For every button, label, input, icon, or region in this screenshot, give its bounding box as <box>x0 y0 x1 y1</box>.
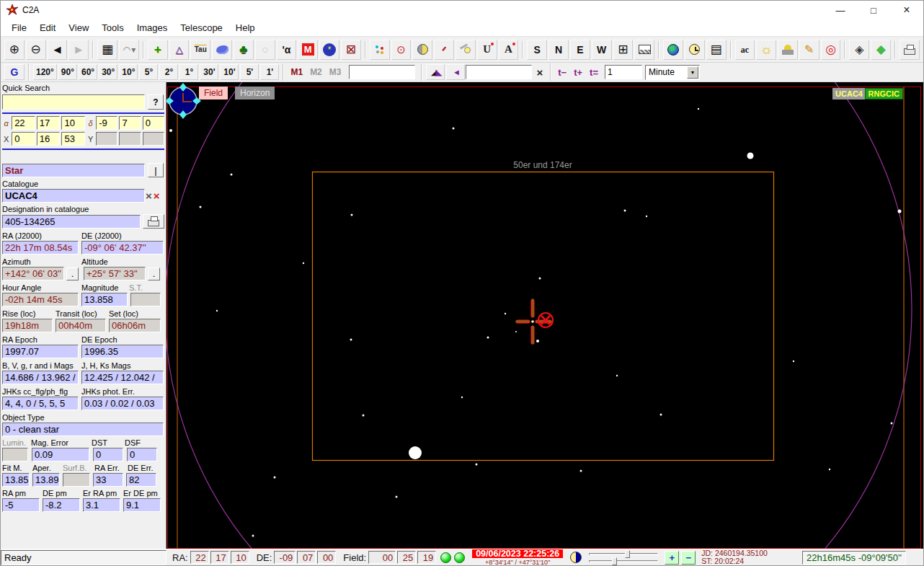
x3-input[interactable]: 53 <box>61 132 85 146</box>
tab-horizon[interactable]: Horizon <box>235 87 275 100</box>
fov-10deg-button[interactable]: 10° <box>119 64 138 80</box>
fov-5min-button[interactable]: 5' <box>240 64 259 80</box>
fov-30deg-button[interactable]: 30° <box>99 64 117 80</box>
print-button[interactable] <box>899 40 920 60</box>
object-labels-button[interactable]: ac <box>735 40 755 60</box>
status-led-1[interactable] <box>440 552 451 563</box>
field-marker-button[interactable]: + <box>148 40 168 60</box>
menu-help[interactable]: Help <box>229 20 262 35</box>
clear-search-button[interactable]: × <box>532 66 547 79</box>
time-unit-select[interactable]: Minute ▼ <box>645 65 700 80</box>
fov-1min-button[interactable]: 1' <box>260 64 279 80</box>
menu-telescope[interactable]: Telescope <box>174 20 229 35</box>
chevron-down-icon[interactable]: ▼ <box>687 66 698 79</box>
goto-button[interactable]: G <box>4 64 25 80</box>
uranus-display-button[interactable]: U <box>477 40 497 60</box>
orient-north-button[interactable]: N <box>548 40 569 60</box>
status-led-2[interactable] <box>454 552 465 563</box>
close-button[interactable]: × <box>890 1 923 19</box>
flip-vertical-button[interactable]: ◄ <box>446 64 465 80</box>
fov-10min-button[interactable]: 10' <box>220 64 239 80</box>
constellation-names-button[interactable]: Tau <box>190 40 210 60</box>
memory-3-button[interactable]: M3 <box>326 67 345 77</box>
y2-input[interactable] <box>119 132 141 146</box>
menu-edit[interactable]: Edit <box>33 20 62 35</box>
fov-90deg-button[interactable]: 90° <box>58 64 77 80</box>
catalogue-field[interactable]: UCAC4 <box>2 189 145 203</box>
menu-tools[interactable]: Tools <box>95 20 130 35</box>
constellation-boundaries-button[interactable]: ◌ <box>255 40 275 60</box>
magnitude-sliders[interactable] <box>587 550 662 565</box>
menu-images[interactable]: Images <box>130 20 174 35</box>
annotate-button[interactable]: ✎ <box>799 40 819 60</box>
constellation-lines-button[interactable]: △ <box>169 40 190 60</box>
print-object-button[interactable] <box>143 214 164 229</box>
de-minutes-input[interactable]: 7 <box>119 116 141 130</box>
memory-2-button[interactable]: M2 <box>306 67 326 77</box>
object-name-input[interactable] <box>349 65 415 79</box>
y3-input[interactable] <box>143 132 164 146</box>
menu-view[interactable]: View <box>62 20 95 35</box>
de-degrees-input[interactable]: -9 <box>96 116 117 130</box>
search-object-input[interactable] <box>466 65 532 79</box>
memory-1-button[interactable]: M1 <box>287 67 306 77</box>
observing-site-button[interactable] <box>663 40 683 60</box>
coordinate-grid-button[interactable]: ▦ <box>97 40 117 60</box>
moon-display-button[interactable] <box>412 40 432 60</box>
de-seconds-input[interactable]: 0 <box>143 116 164 130</box>
fov-1deg-button[interactable]: 1° <box>179 64 198 80</box>
maximize-button[interactable]: □ <box>857 1 890 19</box>
object-list-panel-button[interactable]: ▤ <box>706 40 727 60</box>
clear-red-icon[interactable]: × <box>153 190 161 201</box>
comet-display-button[interactable] <box>456 40 476 60</box>
date-time-button[interactable] <box>685 40 705 60</box>
sky-dome-button[interactable]: ◠ ▾ <box>119 40 139 60</box>
fov-60deg-button[interactable]: 60° <box>79 64 97 80</box>
fov-120deg-button[interactable]: 120° <box>33 64 57 80</box>
observatory-button[interactable] <box>778 40 798 60</box>
slider-thumb-bottom[interactable] <box>612 557 617 565</box>
designation-field[interactable]: 405-134265 <box>2 215 141 229</box>
star-magnitudes-button[interactable] <box>370 40 390 60</box>
center-field-button[interactable]: ⊞ <box>613 40 634 60</box>
fov-30min-button[interactable]: 30' <box>200 64 218 80</box>
messier-objects-button[interactable]: M <box>298 40 318 60</box>
time-plus-button[interactable]: t+ <box>570 67 586 78</box>
x1-input[interactable]: 0 <box>12 132 35 146</box>
y1-input[interactable] <box>96 132 117 146</box>
fov-5deg-button[interactable]: 5° <box>139 64 158 80</box>
zoom-in-button[interactable]: ⊕ <box>4 40 25 60</box>
time-step-input[interactable] <box>605 65 642 79</box>
time-minus-button[interactable]: t− <box>554 67 570 78</box>
asteroid-display-button[interactable]: A <box>499 40 519 60</box>
pan-left-button[interactable]: ◀ <box>48 40 68 60</box>
fov-2deg-button[interactable]: 2° <box>159 64 178 80</box>
horizon-landscape-button[interactable]: ♣ <box>234 40 254 60</box>
daylight-button[interactable]: ☼ <box>756 40 776 60</box>
orient-west-button[interactable]: W <box>592 40 612 60</box>
sky-chart[interactable]: 50er und 174er <box>166 82 923 549</box>
x2-input[interactable]: 16 <box>37 132 61 146</box>
tab-field[interactable]: Field <box>199 87 228 100</box>
orient-east-button[interactable]: E <box>570 40 590 60</box>
clear-gray-icon[interactable]: × <box>145 190 153 201</box>
zoom-out-button[interactable]: − <box>681 551 696 565</box>
planet-path-button[interactable]: ••• <box>434 40 454 60</box>
altitude-detail-button[interactable]: . <box>148 267 160 280</box>
orient-south-button[interactable]: S <box>527 40 547 60</box>
flip-horizontal-button[interactable]: ◢◣ <box>426 64 445 80</box>
ra-hours-input[interactable]: 22 <box>12 116 35 130</box>
time-set-button[interactable]: t= <box>586 67 602 78</box>
object-info-button[interactable]: | <box>148 163 164 177</box>
minimize-button[interactable]: — <box>824 1 857 19</box>
planet-marks-button[interactable]: ⊙ <box>391 40 412 60</box>
telescope-goto-button[interactable]: ◎ <box>821 40 841 60</box>
quick-search-input[interactable] <box>2 94 145 110</box>
azimuth-detail-button[interactable]: . <box>66 267 79 280</box>
image-frames-button[interactable]: ⊠ <box>341 40 361 60</box>
zoom-in-button[interactable]: + <box>665 551 679 565</box>
slider-track-bottom[interactable] <box>589 560 658 562</box>
greek-letters-button[interactable]: 'α <box>277 40 297 60</box>
datetime-block[interactable]: 09/06/2023 22:25:26 +8°34'14'' / +47°31'… <box>472 549 563 566</box>
finder-frame-button[interactable]: ◆ <box>871 40 891 60</box>
